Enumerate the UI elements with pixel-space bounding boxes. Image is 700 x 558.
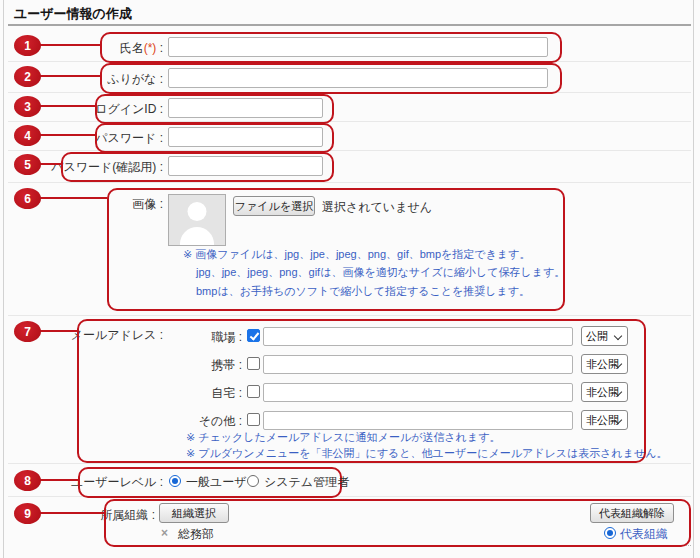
email-type-label-mobile: 携帯 :: [140, 357, 242, 374]
annotation-connector: [39, 163, 61, 165]
notify-checkbox-mobile[interactable]: [247, 357, 260, 370]
email-note-2: ※ プルダウンメニューを「非公開」にすると、他ユーザーにメールアドレスは表示され…: [186, 446, 668, 461]
visibility-select-work[interactable]: 公開: [581, 326, 628, 346]
annotation-connector: [39, 197, 107, 199]
file-select-button[interactable]: ファイルを選択: [233, 196, 315, 216]
annotation-connector: [39, 330, 77, 332]
email-type-label-other: その他 :: [140, 413, 242, 430]
avatar-placeholder-image: [168, 194, 226, 246]
visibility-select-mobile[interactable]: 非公開: [581, 354, 628, 374]
name-input[interactable]: [168, 37, 548, 57]
furigana-input[interactable]: [168, 68, 548, 88]
annotation-number-9: 9: [14, 503, 41, 524]
primary-org-label: 代表組織: [620, 526, 668, 543]
row-divider: [8, 182, 691, 183]
email-type-label-home: 自宅 :: [140, 385, 242, 402]
annotation-number-2: 2: [14, 66, 41, 87]
email-input-mobile[interactable]: [263, 355, 573, 374]
image-note-1: ※ 画像ファイルは、jpg、jpe、jpeg、png、gif、bmpを指定できま…: [183, 247, 530, 262]
password-confirm-input[interactable]: [168, 156, 323, 176]
content-right-border: [693, 0, 694, 558]
image-note-2: jpg、jpe、jpeg、png、gifは、画像を適切なサイズに縮小して保存しま…: [196, 265, 565, 280]
org-select-button[interactable]: 組織選択: [159, 503, 229, 523]
row-divider: [8, 463, 691, 464]
primary-org-radio[interactable]: [604, 527, 616, 539]
email-input-home[interactable]: [263, 383, 573, 402]
notify-checkbox-other[interactable]: [247, 413, 260, 426]
login-id-input[interactable]: [168, 98, 323, 118]
annotation-number-8: 8: [14, 470, 41, 491]
annotation-connector: [39, 44, 101, 46]
annotation-number-7: 7: [14, 321, 41, 342]
annotation-number-1: 1: [14, 35, 41, 56]
email-input-work[interactable]: [263, 327, 573, 346]
row-divider: [8, 315, 691, 316]
notify-checkbox-home[interactable]: [247, 385, 260, 398]
file-status-text: 選択されていません: [322, 199, 432, 216]
annotation-connector: [39, 75, 101, 77]
password-input[interactable]: [168, 127, 323, 147]
user-level-option-admin: システム管理者: [264, 474, 349, 491]
annotation-connector: [39, 134, 95, 136]
primary-org-release-button[interactable]: 代表組織解除: [590, 503, 674, 523]
user-level-radio-general[interactable]: [169, 475, 181, 487]
email-type-label-work: 職場 :: [140, 329, 242, 346]
annotation-connector: [39, 479, 78, 481]
visibility-select-other[interactable]: 非公開: [581, 410, 628, 430]
annotation-connector: [39, 512, 104, 514]
visibility-select-home[interactable]: 非公開: [581, 382, 628, 402]
annotation-number-5: 5: [14, 154, 41, 175]
annotation-number-3: 3: [14, 96, 41, 117]
user-creation-form: ユーザー情報の作成 1 2 3 4 5 6 7 8 9 氏名(*) : ふりがな…: [0, 0, 700, 558]
remove-org-icon[interactable]: ×: [161, 526, 168, 540]
user-level-radio-admin[interactable]: [247, 475, 259, 487]
email-note-1: ※ チェックしたメールアドレスに通知メールが送信されます。: [186, 430, 500, 445]
page-title: ユーザー情報の作成: [14, 5, 132, 23]
annotation-number-4: 4: [14, 125, 41, 146]
org-name: 総務部: [178, 526, 214, 543]
notify-checkbox-work[interactable]: [247, 329, 260, 342]
annotation-connector: [39, 105, 95, 107]
annotation-number-6: 6: [14, 188, 41, 209]
image-note-3: bmpは、お手持ちのソフトで縮小して指定することを推奨します。: [196, 284, 530, 299]
email-input-other[interactable]: [263, 411, 573, 430]
title-divider: [8, 24, 691, 26]
